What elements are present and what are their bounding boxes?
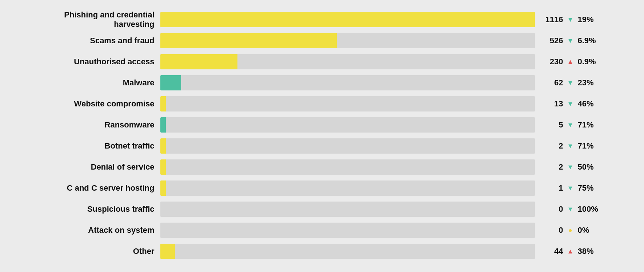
bar-label: Ransomware [37, 120, 160, 130]
bar-track [160, 138, 535, 154]
bar-pct: 0% [578, 226, 600, 235]
bar-stats: 62 ▼ 23% [535, 78, 608, 88]
bar-pct: 100% [578, 204, 600, 214]
bar-label: Scams and fraud [37, 36, 160, 45]
bar-track [160, 244, 535, 259]
trend-icon: ▼ [566, 37, 575, 45]
bar-track [160, 12, 535, 27]
bar-fill [160, 117, 166, 133]
bar-count: 0 [541, 204, 563, 214]
bar-stats: 526 ▼ 6.9% [535, 36, 608, 45]
bar-fill [160, 138, 166, 154]
bar-label: Botnet traffic [37, 141, 160, 151]
bar-pct: 50% [578, 162, 600, 172]
trend-icon: ▼ [566, 79, 575, 87]
bar-row: Scams and fraud 526 ▼ 6.9% [37, 32, 608, 49]
bar-fill [160, 180, 166, 196]
bar-row: Malware 62 ▼ 23% [37, 74, 608, 92]
bar-count: 1116 [541, 15, 563, 24]
bar-pct: 71% [578, 141, 600, 151]
bar-stats: 13 ▼ 46% [535, 99, 608, 109]
bar-track [160, 54, 535, 69]
bar-stats: 1116 ▼ 19% [535, 15, 608, 24]
bar-count: 230 [541, 57, 563, 66]
bar-pct: 75% [578, 183, 600, 193]
bar-track [160, 75, 535, 90]
bar-fill [160, 54, 237, 69]
bar-track [160, 159, 535, 175]
bar-row: Unauthorised access 230 ▲ 0.9% [37, 53, 608, 70]
trend-icon: ▼ [566, 121, 575, 129]
bar-row: C and C server hosting 1 ▼ 75% [37, 179, 608, 197]
bar-label: C and C server hosting [37, 183, 160, 193]
bar-stats: 5 ▼ 71% [535, 120, 608, 130]
bar-pct: 6.9% [578, 36, 600, 45]
bar-count: 5 [541, 120, 563, 130]
bar-track [160, 33, 535, 48]
trend-icon: ▼ [566, 16, 575, 24]
bar-row: Suspicious traffic 0 ▼ 100% [37, 200, 608, 218]
bar-track [160, 223, 535, 238]
bar-row: Phishing and credential harvesting 1116 … [37, 11, 608, 28]
trend-icon: ▲ [566, 58, 575, 66]
bar-label: Denial of service [37, 162, 160, 172]
bar-row: Other 44 ▲ 38% [37, 243, 608, 260]
bar-stats: 0 ● 0% [535, 226, 608, 235]
trend-icon: ▼ [566, 206, 575, 213]
bar-stats: 0 ▼ 100% [535, 204, 608, 214]
bar-pct: 38% [578, 247, 600, 256]
bar-label: Unauthorised access [37, 57, 160, 66]
bar-fill [160, 33, 337, 48]
bar-row: Ransomware 5 ▼ 71% [37, 116, 608, 134]
bar-stats: 2 ▼ 50% [535, 162, 608, 172]
trend-icon: ▼ [566, 142, 575, 150]
trend-icon: ▼ [566, 163, 575, 171]
bar-stats: 2 ▼ 71% [535, 141, 608, 151]
bar-count: 0 [541, 226, 563, 235]
bar-count: 1 [541, 183, 563, 193]
bar-track [160, 202, 535, 217]
bar-fill [160, 244, 175, 259]
bar-track [160, 117, 535, 133]
bar-track [160, 180, 535, 196]
chart-container: Phishing and credential harvesting 1116 … [22, 0, 622, 272]
bar-row: Denial of service 2 ▼ 50% [37, 158, 608, 176]
bar-fill [160, 75, 181, 90]
bar-pct: 19% [578, 15, 600, 24]
trend-icon: ▲ [566, 248, 575, 255]
bar-stats: 44 ▲ 38% [535, 247, 608, 256]
trend-icon: ▼ [566, 184, 575, 192]
bar-pct: 23% [578, 78, 600, 88]
bar-label: Other [37, 247, 160, 256]
bar-fill [160, 159, 166, 175]
bar-label: Website compromise [37, 99, 160, 109]
bar-track [160, 96, 535, 111]
bar-row: Attack on system 0 ● 0% [37, 222, 608, 239]
trend-icon: ▼ [566, 100, 575, 108]
bar-count: 13 [541, 99, 563, 109]
bar-pct: 46% [578, 99, 600, 109]
bar-label: Phishing and credential harvesting [37, 10, 160, 29]
bar-count: 2 [541, 141, 563, 151]
bar-fill [160, 96, 166, 111]
bar-count: 62 [541, 78, 563, 88]
trend-icon: ● [566, 227, 575, 234]
bar-stats: 1 ▼ 75% [535, 183, 608, 193]
bar-count: 44 [541, 247, 563, 256]
bar-pct: 71% [578, 120, 600, 130]
bar-label: Suspicious traffic [37, 204, 160, 214]
bar-row: Botnet traffic 2 ▼ 71% [37, 137, 608, 155]
bar-label: Attack on system [37, 226, 160, 235]
bar-count: 2 [541, 162, 563, 172]
bar-stats: 230 ▲ 0.9% [535, 57, 608, 66]
bar-fill [160, 12, 535, 27]
bar-label: Malware [37, 78, 160, 88]
bar-row: Website compromise 13 ▼ 46% [37, 95, 608, 113]
bar-pct: 0.9% [578, 57, 600, 66]
bar-count: 526 [541, 36, 563, 45]
